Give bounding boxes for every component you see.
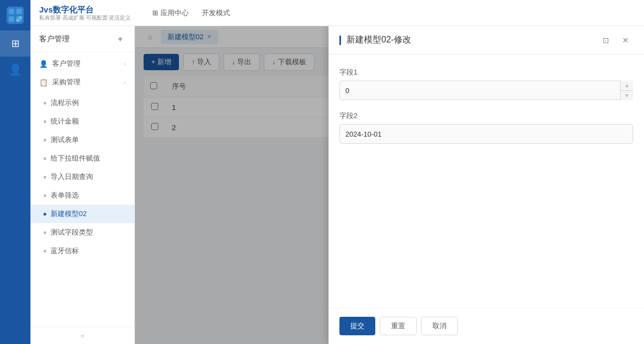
- form-input-wrap-field1: ▲ ▼: [339, 81, 633, 100]
- form-group-field2: 字段2: [339, 111, 633, 144]
- form-input-field1[interactable]: [339, 81, 633, 100]
- form-label-field1: 字段1: [339, 67, 633, 77]
- dot-icon: [44, 157, 46, 160]
- dot-icon: [44, 102, 46, 105]
- modal-title: 新建模型02-修改: [346, 34, 598, 46]
- dot-icon: [44, 194, 46, 197]
- nav-dev-mode[interactable]: 开发模式: [202, 6, 230, 20]
- dot-icon: [44, 120, 46, 123]
- logo-area: [0, 0, 30, 30]
- brand-area: Jvs数字化平台 私有部署·高成扩展·可视配置·灵活定义: [39, 5, 131, 21]
- nav-group-customers: 👤 客户管理 › 📋 采购管理 ›: [30, 52, 134, 94]
- procurement-icon: 📋: [39, 78, 48, 87]
- nav-sidebar-header: 客户管理 +: [30, 26, 134, 52]
- sidebar-item-bluetooth[interactable]: 蓝牙信标: [30, 242, 134, 260]
- content-row: 客户管理 + 👤 客户管理 › 📋 采购管理: [30, 26, 644, 344]
- svg-rect-3: [16, 16, 19, 19]
- sidebar-title: 客户管理: [39, 34, 70, 44]
- dot-icon: [44, 139, 46, 142]
- svg-rect-6: [19, 19, 22, 22]
- reset-button[interactable]: 重置: [380, 317, 417, 335]
- form-input-wrap-field2: [339, 124, 633, 144]
- svg-rect-0: [9, 9, 14, 14]
- modal-actions: ⊡ ✕: [598, 33, 633, 48]
- page-area: ⌂ 新建模型02 ✕ + 新增 ↑ 导入 ↓ 导出 ↓: [135, 26, 644, 344]
- sidebar-item-workflow[interactable]: 流程示例: [30, 94, 134, 112]
- sidebar-item-filter[interactable]: 表单筛选: [30, 186, 134, 205]
- top-header: Jvs数字化平台 私有部署·高成扩展·可视配置·灵活定义 ⊞ 应用中心 开发模式: [30, 0, 644, 26]
- dot-icon: [44, 250, 46, 253]
- user-icon: 👤: [9, 63, 22, 76]
- dot-icon-active: [44, 213, 46, 216]
- logo-icon: [7, 7, 24, 24]
- svg-rect-1: [16, 9, 22, 14]
- brand-name: Jvs数字化平台: [39, 5, 131, 15]
- modal-drawer: 新建模型02-修改 ⊡ ✕ 字段1: [329, 26, 644, 344]
- spinner-up-button[interactable]: ▲: [620, 81, 633, 91]
- sidebar-item-label-procurement: 采购管理: [52, 77, 81, 87]
- sidebar-item-field-types[interactable]: 测试字段类型: [30, 223, 134, 242]
- svg-rect-5: [16, 19, 19, 22]
- svg-rect-2: [9, 16, 14, 22]
- modal-header: 新建模型02-修改 ⊡ ✕: [329, 26, 644, 54]
- sidebar-item-import-date[interactable]: 导入日期查询: [30, 168, 134, 186]
- dot-icon: [44, 176, 46, 179]
- sidebar-item-stats[interactable]: 统计金额: [30, 112, 134, 131]
- main-wrapper: Jvs数字化平台 私有部署·高成扩展·可视配置·灵活定义 ⊞ 应用中心 开发模式…: [30, 0, 644, 344]
- collapse-icon: «: [81, 332, 84, 340]
- chevron-right-icon-2: ›: [124, 79, 126, 85]
- plus-icon: +: [117, 34, 122, 44]
- sidebar-item-dropdown[interactable]: 给下拉组件赋值: [30, 149, 134, 168]
- modal-accent-bar: [339, 35, 341, 45]
- sidebar-item-customers[interactable]: 👤 客户管理 ›: [30, 54, 134, 73]
- nav-items-list: 流程示例 统计金额 测试表单 给下拉组件赋值 导入日期查询: [30, 94, 134, 260]
- sidebar-add-button[interactable]: +: [115, 34, 126, 45]
- apps-icon: ⊞: [11, 38, 20, 50]
- form-input-field2[interactable]: [339, 124, 633, 144]
- modal-footer: 提交 重置 取消: [329, 308, 644, 344]
- modal-body: 字段1 ▲ ▼ 字段2: [329, 54, 644, 308]
- close-icon: ✕: [622, 36, 629, 45]
- form-group-field1: 字段1 ▲ ▼: [339, 67, 633, 100]
- spinner-controls: ▲ ▼: [620, 81, 633, 100]
- cancel-button[interactable]: 取消: [421, 317, 458, 335]
- form-label-field2: 字段2: [339, 111, 633, 121]
- modal-close-button[interactable]: ✕: [618, 33, 633, 48]
- chevron-right-icon: ›: [124, 61, 126, 67]
- sidebar-item-label-customers: 客户管理: [52, 59, 81, 69]
- header-nav: ⊞ 应用中心 开发模式: [152, 6, 230, 20]
- sidebar-item-test-form[interactable]: 测试表单: [30, 131, 134, 149]
- expand-icon: ⊡: [603, 36, 609, 45]
- nav-sidebar: 客户管理 + 👤 客户管理 › 📋 采购管理: [30, 26, 135, 344]
- sidebar-item-procurement[interactable]: 📋 采购管理 ›: [30, 73, 134, 91]
- sidebar-nav-apps[interactable]: ⊞: [0, 30, 30, 57]
- sidebar-nav-user[interactable]: 👤: [0, 57, 30, 83]
- svg-rect-4: [19, 16, 22, 19]
- apps-grid-icon: ⊞: [152, 9, 158, 17]
- nav-app-center[interactable]: ⊞ 应用中心: [152, 6, 189, 20]
- sidebar-item-model02[interactable]: 新建模型02: [30, 205, 134, 223]
- modal-expand-button[interactable]: ⊡: [598, 33, 614, 48]
- brand-sub: 私有部署·高成扩展·可视配置·灵活定义: [39, 15, 131, 21]
- spinner-down-button[interactable]: ▼: [620, 91, 633, 101]
- collapse-sidebar-button[interactable]: «: [30, 327, 134, 344]
- dot-icon: [44, 231, 46, 234]
- customer-icon: 👤: [39, 59, 48, 68]
- submit-button[interactable]: 提交: [339, 317, 375, 335]
- icon-sidebar: ⊞ 👤: [0, 0, 30, 344]
